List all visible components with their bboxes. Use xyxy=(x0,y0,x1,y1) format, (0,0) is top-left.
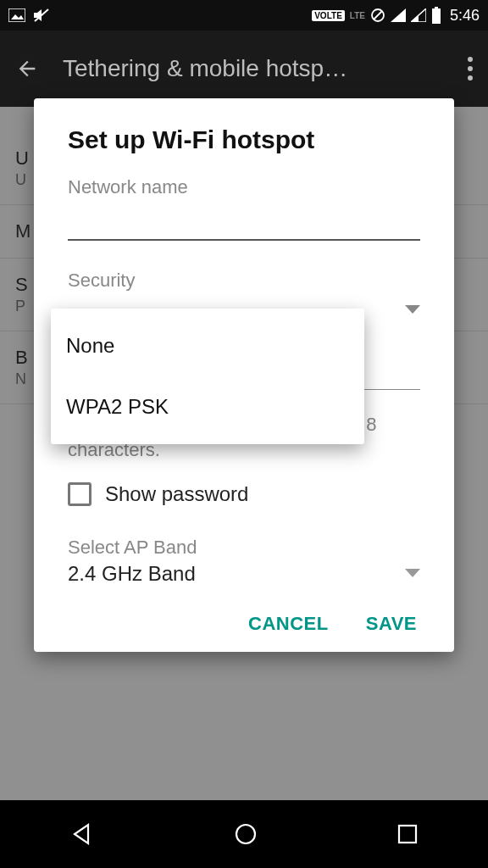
svg-line-5 xyxy=(374,11,382,19)
ap-band-value: 2.4 GHz Band xyxy=(68,562,196,586)
nav-bar xyxy=(0,800,488,868)
overflow-menu-icon[interactable] xyxy=(468,57,473,81)
cancel-button[interactable]: CANCEL xyxy=(248,613,329,635)
do-not-disturb-icon xyxy=(370,8,385,23)
svg-point-14 xyxy=(236,825,255,843)
clock-text: 5:46 xyxy=(450,7,480,25)
battery-icon xyxy=(431,7,441,24)
svg-rect-0 xyxy=(8,8,25,22)
ap-band-select[interactable]: 2.4 GHz Band xyxy=(68,559,420,599)
svg-marker-6 xyxy=(391,8,406,22)
image-icon xyxy=(8,8,25,22)
security-option-none[interactable]: None xyxy=(51,315,364,376)
network-name-input[interactable] xyxy=(68,203,420,241)
nav-home-icon[interactable] xyxy=(233,821,258,847)
dialog-title: Set up Wi-Fi hotspot xyxy=(68,125,420,154)
svg-rect-15 xyxy=(399,826,416,843)
show-password-checkbox[interactable]: Show password xyxy=(68,482,420,506)
nav-back-icon[interactable] xyxy=(69,821,95,847)
security-option-wpa2[interactable]: WPA2 PSK xyxy=(51,376,364,437)
security-dropdown-menu: None WPA2 PSK xyxy=(51,309,364,444)
volte-badge: VOLTE xyxy=(312,10,345,21)
show-password-label: Show password xyxy=(105,482,248,506)
nav-recent-icon[interactable] xyxy=(396,823,419,845)
volume-mute-icon xyxy=(32,7,51,24)
checkbox-icon xyxy=(68,482,92,506)
status-left xyxy=(8,7,51,24)
chevron-down-icon xyxy=(405,305,420,315)
status-right: VOLTE LTE 5:46 xyxy=(312,7,480,25)
page-header: Tethering & mobile hotsp… xyxy=(0,31,488,107)
svg-marker-1 xyxy=(11,14,24,19)
svg-rect-10 xyxy=(432,8,441,24)
chevron-down-icon xyxy=(405,569,420,579)
network-name-label: Network name xyxy=(68,176,420,198)
svg-marker-12 xyxy=(405,569,420,577)
svg-rect-9 xyxy=(435,7,438,8)
ap-band-label: Select AP Band xyxy=(68,537,420,559)
lte-label: LTE xyxy=(350,11,365,20)
page-title: Tethering & mobile hotsp… xyxy=(63,55,444,82)
security-label: Security xyxy=(68,270,420,292)
status-bar: VOLTE LTE 5:46 xyxy=(0,0,488,31)
back-icon[interactable] xyxy=(15,57,39,81)
svg-marker-13 xyxy=(75,825,88,843)
signal-icon-2 xyxy=(411,8,426,22)
save-button[interactable]: SAVE xyxy=(366,613,417,635)
dialog-actions: CANCEL SAVE xyxy=(68,613,420,635)
signal-icon xyxy=(391,8,406,22)
svg-marker-11 xyxy=(405,305,420,314)
